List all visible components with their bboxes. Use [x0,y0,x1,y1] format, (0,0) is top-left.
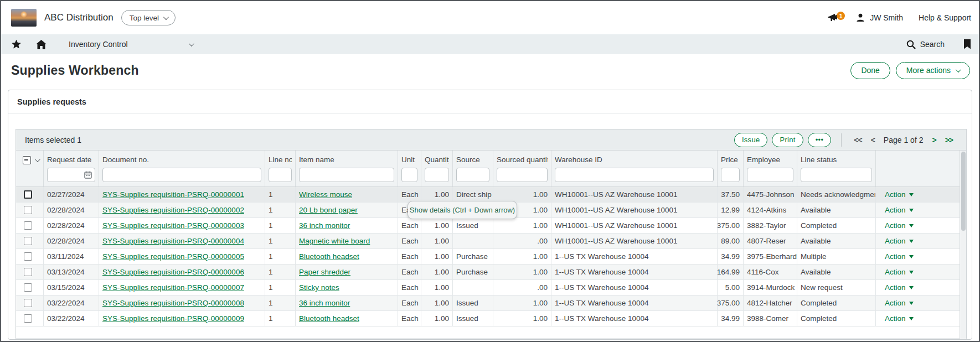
select-all-checkbox[interactable] [23,156,31,164]
line_no-filter-input[interactable] [269,168,292,182]
document-link[interactable]: SYS-Supplies requisition-PSRQ-00000004 [102,237,244,245]
row-action-dropdown[interactable]: Action [885,268,914,276]
help-support-link[interactable]: Help & Support [919,13,971,22]
user-name: JW Smith [870,13,903,22]
done-button-label: Done [861,66,879,75]
cell-line_no: 1 [265,296,296,310]
env-selector-dropdown[interactable]: Top level [121,10,176,25]
cell-sourced_quantity: 1.00 [493,249,551,264]
cell-warehouse_id: WH10001--US AZ Warehouse 10001 [551,218,718,233]
notifications-button[interactable]: 1 [828,12,840,23]
line_status-filter-input[interactable] [801,168,872,182]
row-action-dropdown[interactable]: Action [885,206,914,214]
document-link[interactable]: SYS-Supplies requisition-PSRQ-00000001 [102,190,244,199]
source-filter-input[interactable] [456,168,489,182]
row-checkbox[interactable] [24,206,32,214]
unit-filter-input[interactable] [401,168,417,182]
row-checkbox[interactable] [24,299,32,307]
row-checkbox[interactable] [24,283,32,292]
cell-source: Issued [453,218,493,233]
done-button[interactable]: Done [850,62,890,79]
document_no-filter-input[interactable] [102,168,261,182]
item-link[interactable]: Wireless mouse [299,190,352,199]
row-action-dropdown[interactable]: Action [885,237,914,245]
document-link[interactable]: SYS-Supplies requisition-PSRQ-00000006 [102,268,244,276]
row-checkbox[interactable] [24,314,32,323]
price-filter-input[interactable] [721,168,740,182]
item-link[interactable]: 36 inch monitor [299,299,350,307]
next-page-button[interactable]: > [932,136,936,144]
issue-button[interactable]: Issue [734,133,768,147]
item-link[interactable]: 36 inch monitor [299,221,350,230]
row-checkbox[interactable] [24,268,32,276]
table-row[interactable]: 03/22/2024SYS-Supplies requisition-PSRQ-… [16,311,961,327]
employee-filter-input[interactable] [747,168,793,182]
table-row[interactable]: 02/27/2024SYS-Supplies requisition-PSRQ-… [16,187,961,203]
row-action-dropdown[interactable]: Action [885,221,914,230]
row-action-dropdown[interactable]: Action [885,252,914,261]
quantity-filter-input[interactable] [425,168,449,182]
prev-page-button[interactable]: < [871,136,875,144]
row-checkbox[interactable] [24,252,32,261]
search-button[interactable]: Search [906,40,945,49]
table-row[interactable]: 03/15/2024SYS-Supplies requisition-PSRQ-… [16,280,961,296]
selection-menu-chevron-icon[interactable] [35,157,40,162]
first-page-button[interactable]: << [854,136,862,144]
triangle-down-icon [909,255,914,258]
document-link[interactable]: SYS-Supplies requisition-PSRQ-00000003 [102,221,244,230]
item-link[interactable]: Bluetooth headset [299,252,359,261]
row-action-dropdown[interactable]: Action [885,299,914,307]
home-button[interactable] [35,39,60,50]
table-row[interactable]: 02/28/2024SYS-Supplies requisition-PSRQ-… [16,234,961,249]
vertical-scrollbar[interactable] [960,151,966,339]
cell-checkbox [16,187,44,202]
cell-sourced_quantity: 1.00 [493,187,551,202]
bookmark-button[interactable] [963,39,971,49]
item-link[interactable]: Sticky notes [299,283,339,292]
cell-employee: 4475-Johnson [744,187,797,202]
overflow-button[interactable]: ••• [808,133,832,147]
row-checkbox[interactable] [24,237,32,245]
more-actions-button[interactable]: More actions [896,62,970,79]
action-label: Action [885,283,906,292]
user-menu[interactable]: JW Smith [855,13,903,23]
column-header-checkbox[interactable] [16,151,44,186]
cell-unit: Each [398,187,421,202]
column-header-sourced_quantity: Sourced quantity [493,151,551,186]
scrollbar-thumb[interactable] [961,152,966,231]
row-action-dropdown[interactable]: Action [885,283,914,292]
document-link[interactable]: SYS-Supplies requisition-PSRQ-00000008 [102,299,244,307]
cell-request_date: 02/28/2024 [44,218,99,233]
warehouse_id-filter-input[interactable] [555,168,714,182]
last-page-button[interactable]: >> [945,136,953,144]
partial-row [16,327,961,339]
favorites-button[interactable] [11,39,35,49]
document-link[interactable]: SYS-Supplies requisition-PSRQ-00000009 [102,314,244,323]
item-link[interactable]: Paper shredder [299,268,350,276]
show-details-tooltip: Show details (Ctrl + Down arrow) [408,201,517,219]
table-row[interactable]: 03/22/2024SYS-Supplies requisition-PSRQ-… [16,296,961,311]
item-link[interactable]: Bluetooth headset [299,314,359,323]
item_name-filter-input[interactable] [299,168,394,182]
row-action-dropdown[interactable]: Action [885,314,914,323]
print-button[interactable]: Print [772,133,803,147]
cell-sourced_quantity: 1.00 [493,218,551,233]
row-action-dropdown[interactable]: Action [885,190,914,199]
document-link[interactable]: SYS-Supplies requisition-PSRQ-00000002 [102,206,244,214]
nav-menu-inventory-control[interactable]: Inventory Control [69,40,193,49]
table-row[interactable]: 03/11/2024SYS-Supplies requisition-PSRQ-… [16,249,961,265]
item-link[interactable]: Magnetic white board [299,237,370,245]
cell-action: Action [876,311,961,326]
document-link[interactable]: SYS-Supplies requisition-PSRQ-00000005 [102,252,244,261]
cell-warehouse_id: WH10001--US AZ Warehouse 10001 [551,203,718,217]
item-link[interactable]: 20 Lb bond paper [299,206,358,214]
sourced_quantity-filter-input[interactable] [497,168,548,182]
action-label: Action [885,206,906,214]
table-row[interactable]: 03/13/2024SYS-Supplies requisition-PSRQ-… [16,265,961,280]
cell-employee: 4124-Atkins [744,203,797,217]
row-checkbox[interactable] [24,190,32,199]
table-row[interactable]: 02/28/2024SYS-Supplies requisition-PSRQ-… [16,218,961,234]
document-link[interactable]: SYS-Supplies requisition-PSRQ-00000007 [102,283,244,292]
cell-item_name: Bluetooth headset [296,249,398,264]
row-checkbox[interactable] [24,221,32,230]
